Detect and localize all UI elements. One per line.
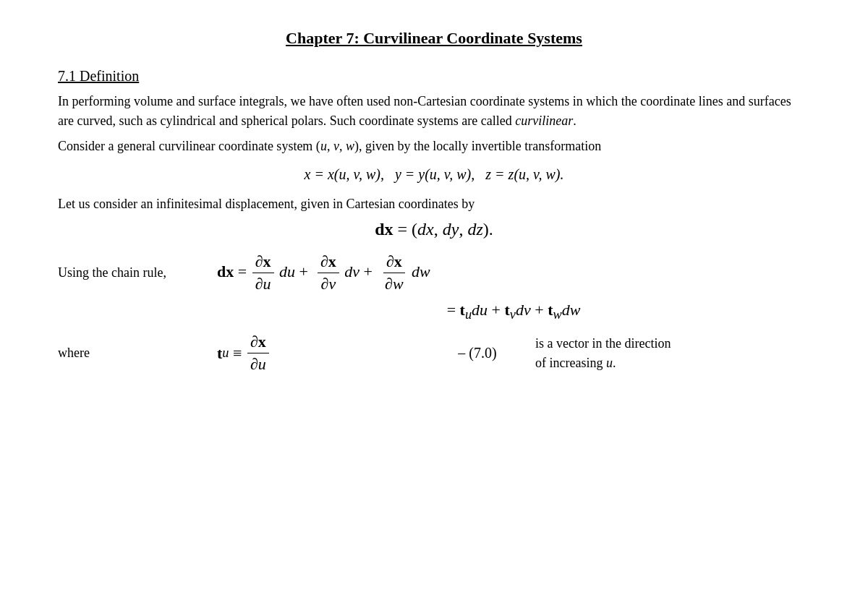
where-description: is a vector in the direction of increasi… [535, 334, 671, 373]
chain-rule-equation: dx = ∂x ∂u du + ∂x ∂v dv + ∂x ∂w dw [217, 252, 430, 293]
where-row: where tu ≡ ∂x ∂u – (7.0) is a vector in … [58, 333, 810, 374]
transform-eq-text: x = x(u, v, w), y = y(u, v, w), z = z(u,… [305, 166, 564, 182]
second-chain-rule-line: = tudu + tvdv + twdw [217, 301, 810, 322]
intro-text: In performing volume and surface integra… [58, 94, 791, 128]
where-desc-line2: of increasing u. [535, 353, 671, 373]
partial-x-v-fraction: ∂x ∂v [318, 252, 339, 293]
curvilinear-word: curvilinear [515, 113, 573, 128]
equation-number: – (7.0) [420, 345, 535, 361]
chain-rule-row: Using the chain rule, dx = ∂x ∂u du + ∂x… [58, 252, 810, 293]
where-equation: tu ≡ ∂x ∂u [217, 333, 420, 374]
where-fraction: ∂x ∂u [247, 333, 269, 374]
chain-rule-label: Using the chain rule, [58, 265, 217, 280]
partial-x-w-fraction: ∂x ∂w [382, 252, 407, 293]
consider-paragraph: Consider a general curvilinear coordinat… [58, 137, 810, 156]
displacement-eq: dx = (dx, dy, dz). [246, 220, 622, 239]
partial-x-u-fraction: ∂x ∂u [252, 252, 274, 293]
intro-paragraph: In performing volume and surface integra… [58, 92, 810, 131]
displacement-paragraph: Let us consider an infinitesimal displac… [58, 194, 810, 214]
page-container: Chapter 7: Curvilinear Coordinate System… [58, 29, 810, 374]
transformation-equation: x = x(u, v, w), y = y(u, v, w), z = z(u,… [58, 166, 810, 183]
chapter-title: Chapter 7: Curvilinear Coordinate System… [58, 29, 810, 48]
displacement-equation-row: dx = (dx, dy, dz). [58, 220, 810, 239]
section-title: 7.1 Definition [58, 68, 810, 85]
where-label: where [58, 346, 217, 361]
where-desc-line1: is a vector in the direction [535, 334, 671, 353]
